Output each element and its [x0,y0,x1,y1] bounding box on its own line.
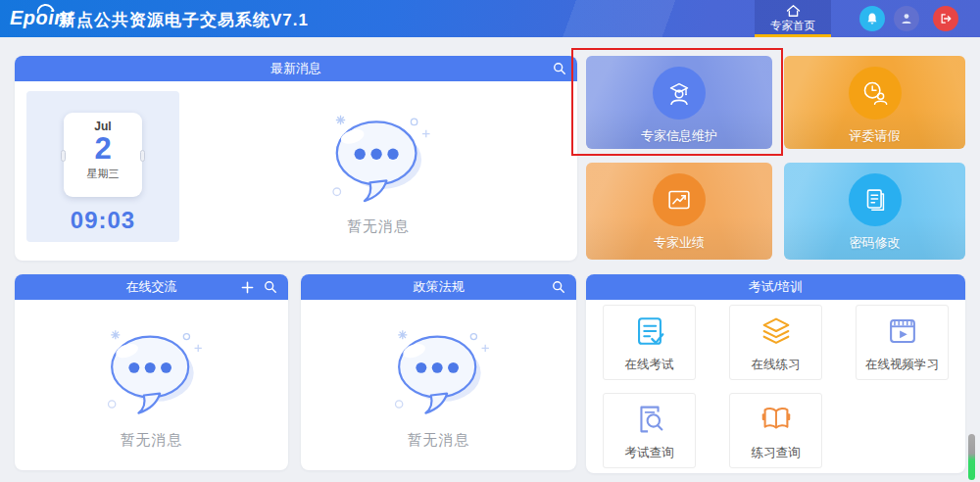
search-icon [553,62,566,75]
graduate-person-icon [664,78,694,108]
panel-latest-news: 最新消息 Jul 2 星期三 09:03 [15,56,577,261]
calendar-widget: Jul 2 星期三 09:03 [26,91,179,242]
exam-checklist-icon [631,313,668,350]
exam-item-online-practice[interactable]: 在线练习 [729,305,822,380]
panel-policies: 政策法规 [301,274,576,470]
calendar-day: 2 [64,133,142,165]
tile-label: 评委请假 [850,127,901,145]
chat-add-button[interactable] [239,279,255,295]
tile-icon-circle [849,67,902,120]
tile-icon-circle [849,173,902,226]
video-icon [884,313,921,350]
tile-expert-info-maintenance[interactable]: 专家信息维护 [586,56,772,149]
logout-button[interactable] [933,6,958,31]
user-icon [900,12,913,25]
exam-item-online-video-learning[interactable]: 在线视频学习 [856,305,949,380]
chat-search-button[interactable] [263,279,278,295]
online-chat-header: 在线交流 [15,274,288,300]
clock-person-icon [860,78,890,108]
exam-item-label: 在线考试 [625,357,674,373]
latest-news-title: 最新消息 [270,60,321,77]
calendar-weekday: 星期三 [64,167,142,181]
scrollbar-thumb[interactable] [968,434,975,480]
tab-active-underline [755,34,831,37]
exam-item-exam-query[interactable]: 考试查询 [603,393,696,468]
layers-icon [758,313,795,350]
search-icon [552,280,565,294]
tile-label: 专家业绩 [654,234,705,252]
tile-expert-performance[interactable]: 专家业绩 [586,163,772,260]
online-chat-title: 在线交流 [126,278,177,296]
exam-item-label: 在线视频学习 [865,357,939,373]
document-edit-icon [860,185,890,215]
news-empty-text: 暂无消息 [347,217,410,236]
doc-search-icon [631,401,668,438]
policies-search-button[interactable] [551,279,566,295]
home-icon [786,4,801,18]
app-title: 新点公共资源电子交易系统V7.1 [59,9,309,31]
tile-label: 专家信息维护 [641,127,717,145]
tile-password-change[interactable]: 密码修改 [784,163,965,260]
notifications-button[interactable] [859,6,885,31]
news-empty-state: 暂无消息 [179,81,577,261]
exam-training-header: 考试/培训 [586,274,965,300]
calendar-card: Jul 2 星期三 [64,113,142,197]
latest-news-header: 最新消息 [15,56,577,81]
message-bubble-icon [318,106,438,210]
tile-icon-circle [653,67,706,120]
chat-empty-state: 暂无消息 [15,321,288,450]
app-header: Epoint 新点公共资源电子交易系统V7.1 专家首页 [0,0,980,37]
tab-label: 专家首页 [770,19,815,33]
panel-exam-training: 考试/培训 在线考试 在线练习 [586,274,965,473]
exam-item-label: 练习查询 [752,445,801,461]
policies-header: 政策法规 [301,274,576,300]
open-book-icon [758,401,795,438]
clock-time: 09:03 [26,207,179,234]
policies-title: 政策法规 [414,278,465,296]
exam-item-online-exam[interactable]: 在线考试 [603,305,696,380]
search-icon [264,280,277,294]
tile-judge-leave[interactable]: 评委请假 [784,56,965,149]
exam-training-grid: 在线考试 在线练习 在线视频学习 [586,305,965,468]
chat-empty-text: 暂无消息 [121,431,183,450]
policies-empty-text: 暂无消息 [408,431,470,450]
tab-expert-home[interactable]: 专家首页 [755,0,831,37]
tile-icon-circle [653,173,706,226]
exam-item-practice-query[interactable]: 练习查询 [729,393,822,468]
dashboard-page: Epoint 新点公共资源电子交易系统V7.1 专家首页 [0,0,980,482]
user-profile-button[interactable] [894,6,919,31]
news-search-button[interactable] [552,61,567,76]
logout-icon [939,12,953,25]
plus-icon [241,281,254,294]
exam-item-label: 在线练习 [752,357,801,373]
bell-icon [865,12,879,25]
exam-item-label: 考试查询 [625,445,674,461]
message-bubble-icon [94,321,210,421]
policies-empty-state: 暂无消息 [301,321,576,450]
exam-training-title: 考试/培训 [749,278,804,296]
trend-chart-icon [664,185,694,215]
message-bubble-icon [381,321,497,421]
panel-online-chat: 在线交流 [15,274,288,470]
calendar-ring-left [61,150,66,162]
calendar-ring-right [140,150,145,162]
tile-label: 密码修改 [850,234,901,252]
logo-arc-decoration [36,3,55,14]
